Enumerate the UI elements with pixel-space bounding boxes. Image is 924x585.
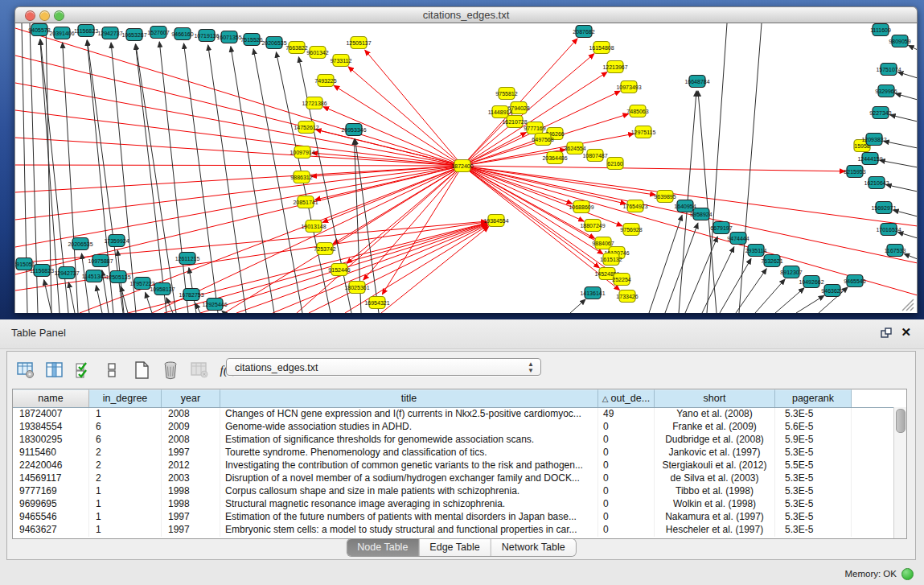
table-cell[interactable]: Dudbridge et al. (2008) xyxy=(655,434,775,447)
table-cell[interactable]: Corpus callosum shape and size in male p… xyxy=(220,485,598,498)
table-cell[interactable]: Investigating the contribution of common… xyxy=(220,459,598,472)
table-cell[interactable]: Wolkin et al. (1998) xyxy=(655,498,775,511)
table-cell[interactable]: 2008 xyxy=(162,434,220,447)
table-cell[interactable]: Franke et al. (2009) xyxy=(655,421,775,434)
table-cell[interactable]: 2012 xyxy=(162,459,220,472)
close-window-button[interactable] xyxy=(25,10,35,21)
table-cell[interactable]: 5.5E-5 xyxy=(775,459,852,472)
table-row[interactable]: 1456911722003Disruption of a novel membe… xyxy=(13,472,906,485)
table-cell[interactable]: 1998 xyxy=(162,498,220,511)
table-cell[interactable]: 1 xyxy=(89,485,162,498)
table-cell[interactable]: 1 xyxy=(89,511,162,524)
table-scrollbar-thumb[interactable] xyxy=(896,409,906,433)
table-cell[interactable]: 6 xyxy=(89,421,162,434)
table-cell[interactable]: 22420046 xyxy=(13,459,89,472)
table-cell[interactable]: 1997 xyxy=(162,511,220,524)
table-cell[interactable]: Tourette syndrome. Phenomenology and cla… xyxy=(220,447,598,459)
column-header-name[interactable]: name xyxy=(13,389,89,407)
table-cell[interactable]: Estimation of the future numbers of pati… xyxy=(220,511,598,524)
column-header-year[interactable]: year xyxy=(162,389,220,407)
table-cell[interactable]: 9699695 xyxy=(13,498,89,511)
table-cell[interactable]: 2008 xyxy=(162,408,220,421)
table-cell[interactable]: 5.6E-5 xyxy=(775,421,852,434)
table-cell[interactable]: 0 xyxy=(598,524,655,537)
table-cell[interactable]: 2 xyxy=(89,472,162,485)
column-header-short[interactable]: short xyxy=(655,389,775,407)
table-cell[interactable]: Changes of HCN gene expression and I(f) … xyxy=(220,408,598,421)
table-row[interactable]: 911546021997Tourette syndrome. Phenomeno… xyxy=(13,447,906,459)
table-cell[interactable]: 9115460 xyxy=(13,447,89,459)
table-cell[interactable]: 5.3E-5 xyxy=(775,511,852,524)
table-cell[interactable]: 2 xyxy=(89,447,162,459)
table-cell[interactable]: 2003 xyxy=(162,472,220,485)
table-cell[interactable]: 5.3E-5 xyxy=(775,472,852,485)
new-table-icon[interactable] xyxy=(131,360,152,381)
table-cell[interactable]: 5.3E-5 xyxy=(775,524,852,537)
network-canvas[interactable]: 9405578203914061115682312942737106532871… xyxy=(14,23,918,313)
select-columns-icon[interactable] xyxy=(44,360,65,381)
table-cell[interactable]: 19384554 xyxy=(13,421,89,434)
table-cell[interactable]: 1997 xyxy=(162,524,220,537)
table-cell[interactable]: 5.3E-5 xyxy=(775,498,852,511)
memory-status-indicator[interactable] xyxy=(901,568,914,580)
resize-grip[interactable] xyxy=(902,299,914,311)
minimize-window-button[interactable] xyxy=(39,10,50,21)
table-cell[interactable]: 5.3E-5 xyxy=(775,485,852,498)
table-cell[interactable]: Tibbo et al. (1998) xyxy=(655,485,775,498)
table-cell[interactable]: Embryonic stem cells: a model to study s… xyxy=(220,524,598,537)
column-header-in_degree[interactable]: in_degree xyxy=(89,389,162,407)
table-cell[interactable]: Jankovic et al. (1997) xyxy=(655,447,775,459)
delete-table-icon[interactable] xyxy=(160,360,181,381)
table-cell[interactable]: 0 xyxy=(598,434,655,447)
column-header-out_de[interactable]: △out_de... xyxy=(598,389,655,407)
table-cell[interactable]: Yano et al. (2008) xyxy=(655,408,775,421)
table-cell[interactable]: Nakamura et al. (1997) xyxy=(655,511,775,524)
table-row[interactable]: 946554611997Estimation of the future num… xyxy=(13,511,906,524)
table-cell[interactable]: Stergiakouli et al. (2012) xyxy=(655,459,775,472)
table-cell[interactable]: Structural magnetic resonance image aver… xyxy=(220,498,598,511)
table-row[interactable]: 2242004622012Investigating the contribut… xyxy=(13,459,906,472)
table-cell[interactable]: 5.3E-5 xyxy=(775,447,852,459)
table-row[interactable]: 946362711997Embryonic stem cells: a mode… xyxy=(13,524,906,537)
table-cell[interactable]: de Silva et al. (2003) xyxy=(655,472,775,485)
table-cell[interactable]: 0 xyxy=(598,511,655,524)
table-cell[interactable]: 9463627 xyxy=(13,524,89,537)
table-scrollbar[interactable] xyxy=(893,407,906,538)
table-cell[interactable]: 49 xyxy=(598,408,655,421)
table-cell[interactable]: 1 xyxy=(89,524,162,537)
select-all-icon[interactable] xyxy=(73,360,94,381)
table-cell[interactable]: 2 xyxy=(89,459,162,472)
table-selector-dropdown[interactable]: citations_edges.txt ▲▼ xyxy=(226,358,541,376)
table-cell[interactable]: 5.3E-5 xyxy=(775,408,852,421)
tab-edge-table[interactable]: Edge Table xyxy=(419,539,491,556)
table-cell[interactable]: Estimation of significance thresholds fo… xyxy=(220,434,598,447)
table-cell[interactable]: 0 xyxy=(598,459,655,472)
table-settings-icon[interactable] xyxy=(15,360,36,381)
table-cell[interactable]: 0 xyxy=(598,472,655,485)
table-cell[interactable]: 6 xyxy=(89,434,162,447)
table-cell[interactable]: 14569117 xyxy=(13,472,89,485)
table-row[interactable]: 1830029562008Estimation of significance … xyxy=(13,434,906,447)
clear-selection-icon[interactable] xyxy=(102,360,123,381)
column-header-title[interactable]: title xyxy=(220,389,598,407)
network-window-titlebar[interactable]: citations_edges.txt xyxy=(14,6,918,23)
table-row[interactable]: 1872400712008Changes of HCN gene express… xyxy=(13,408,906,421)
table-cell[interactable]: 1 xyxy=(89,408,162,421)
table-row[interactable]: 969969511998Structural magnetic resonanc… xyxy=(13,498,906,511)
tab-node-table[interactable]: Node Table xyxy=(347,539,419,556)
table-cell[interactable]: 9777169 xyxy=(13,485,89,498)
table-cell[interactable]: 0 xyxy=(598,421,655,434)
table-cell[interactable]: 0 xyxy=(598,447,655,459)
table-cell[interactable]: 1997 xyxy=(162,447,220,459)
close-panel-icon[interactable]: ✕ xyxy=(901,325,911,340)
table-cell[interactable]: 9465546 xyxy=(13,511,89,524)
table-cell[interactable]: 5.9E-5 xyxy=(775,434,852,447)
table-row[interactable]: 977716911998Corpus callosum shape and si… xyxy=(13,485,906,498)
float-panel-icon[interactable] xyxy=(881,328,892,339)
network-graph[interactable]: 9405578203914061115682312942737106532871… xyxy=(15,23,917,313)
table-cell[interactable]: 2009 xyxy=(162,421,220,434)
table-cell[interactable]: 18300295 xyxy=(13,434,89,447)
tab-network-table[interactable]: Network Table xyxy=(491,539,576,556)
table-cell[interactable]: Genome-wide association studies in ADHD. xyxy=(220,421,598,434)
table-cell[interactable]: 1 xyxy=(89,498,162,511)
